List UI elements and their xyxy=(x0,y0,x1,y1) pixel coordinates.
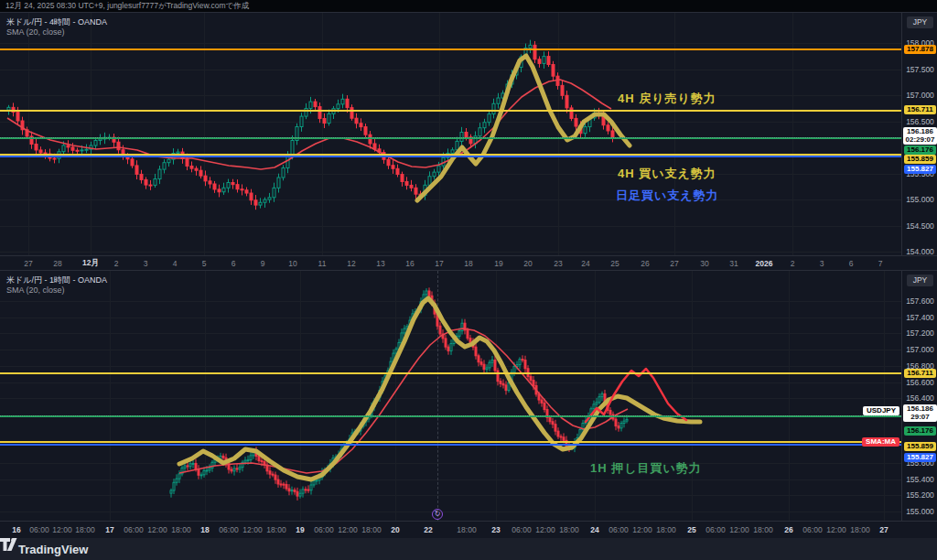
currency-button[interactable]: JPY xyxy=(907,16,933,28)
time-axis-label: 12:00 xyxy=(52,525,71,534)
time-axis-label: 12:00 xyxy=(242,525,262,534)
price-axis-label: 155.200 xyxy=(902,490,937,500)
time-axis-label: 12:00 xyxy=(535,525,555,534)
time-axis-label: 3 xyxy=(820,259,824,268)
time-axis-1h[interactable]: 1606:0012:0018:001706:0012:0018:001806:0… xyxy=(0,521,937,537)
chart-pane-1h[interactable]: 1H 押し目買い勢力USDJPYSMA:MA↻米ドル/円 - 1時間 - OAN… xyxy=(0,270,937,521)
time-axis-label: 26 xyxy=(784,525,792,534)
time-axis-label: 2 xyxy=(114,259,119,268)
price-level-chip: 157.878 xyxy=(904,45,936,54)
price-axis-label: 155.000 xyxy=(902,507,937,516)
time-axis-label: 06:00 xyxy=(802,525,822,534)
time-axis-label: 18 xyxy=(200,525,209,534)
price-level-line[interactable] xyxy=(0,444,901,446)
hand-drawn-yellow-path[interactable] xyxy=(417,56,630,200)
price-axis-label: 156.400 xyxy=(902,393,937,403)
bar-countdown: 29:07 xyxy=(903,414,937,422)
time-axis-label: 25 xyxy=(610,259,619,268)
time-axis-label: 23 xyxy=(554,259,562,268)
plot-area-0[interactable]: 4H 戻り売り勢力4H 買い支え勢力日足買い支え勢力米ドル/円 - 4時間 - … xyxy=(0,13,901,255)
time-axis-label: 06:00 xyxy=(29,525,48,534)
time-axis-label: 24 xyxy=(590,525,598,534)
time-axis-label: 12 xyxy=(347,259,355,268)
price-level-chip: 155.859 xyxy=(904,442,936,451)
series-badge: USDJPY xyxy=(863,406,899,415)
time-axis-label: 06:00 xyxy=(124,525,143,534)
time-axis-label: 18 xyxy=(464,259,472,268)
footer-brand[interactable]: TradingView xyxy=(18,543,88,556)
drawing-anchor-icon[interactable]: ↻ xyxy=(432,509,443,520)
indicator-legend[interactable]: SMA (20, close) xyxy=(6,27,65,37)
time-axis-label: 5 xyxy=(202,259,207,268)
time-axis-label: 6 xyxy=(849,259,854,268)
time-axis-label: 22 xyxy=(424,525,432,534)
price-level-chip: 155.827 xyxy=(904,165,936,174)
time-axis-label: 18:00 xyxy=(361,525,381,534)
current-price-dotted-line xyxy=(0,415,901,416)
annotation-text[interactable]: 4H 戻り売り勢力 xyxy=(618,91,716,107)
time-axis-label: 13 xyxy=(376,259,384,268)
price-level-line[interactable] xyxy=(0,372,901,374)
tradingview-screenshot: 12月 24, 2025 08:30 UTC+9, junglesurf7777… xyxy=(0,0,937,560)
candlestick-canvas[interactable] xyxy=(0,271,901,521)
time-axis-4h[interactable]: 272812月234569101112131617181920232425262… xyxy=(0,255,937,270)
footer-bar: TradingView xyxy=(0,538,937,560)
price-axis-0[interactable]: JPY158.000157.500157.000156.500155.50015… xyxy=(901,13,937,255)
price-axis-label: 155.400 xyxy=(902,475,937,484)
time-axis-label: 18:00 xyxy=(171,525,190,534)
time-axis-label: 18:00 xyxy=(753,525,772,534)
currency-button[interactable]: JPY xyxy=(907,275,933,286)
price-axis-1[interactable]: JPY157.600157.400157.200157.000156.80015… xyxy=(901,271,937,521)
time-axis-label: 19 xyxy=(296,525,304,534)
time-axis-label: 16 xyxy=(405,259,414,268)
time-axis-label: 20 xyxy=(391,525,399,534)
time-axis-label: 18:00 xyxy=(266,525,285,534)
chart-pane-4h[interactable]: 4H 戻り売り勢力4H 買い支え勢力日足買い支え勢力米ドル/円 - 4時間 - … xyxy=(0,12,937,255)
time-axis-label: 10 xyxy=(288,259,296,268)
time-axis-label: 9 xyxy=(261,259,265,268)
price-axis-label: 154.500 xyxy=(902,221,937,231)
time-axis-label: 17 xyxy=(435,259,443,268)
annotation-text[interactable]: 4H 買い支え勢力 xyxy=(618,166,716,182)
time-axis-label: 12:00 xyxy=(338,525,357,534)
time-axis-label: 23 xyxy=(491,525,500,534)
time-axis-label: 12:00 xyxy=(729,525,749,534)
annotation-text[interactable]: 日足買い支え勢力 xyxy=(616,188,719,204)
time-axis-label: 06:00 xyxy=(705,525,725,534)
price-axis-label: 156.600 xyxy=(902,378,937,387)
current-price-chip: 156.18629:07 xyxy=(903,404,937,422)
price-level-line[interactable] xyxy=(0,48,901,50)
price-axis-label: 157.500 xyxy=(902,65,937,74)
price-level-chip: 155.827 xyxy=(904,453,936,462)
time-axis-label: 12:00 xyxy=(632,525,652,534)
price-axis-label: 157.200 xyxy=(902,328,937,338)
plot-area-1[interactable]: 1H 押し目買い勢力USDJPYSMA:MA↻米ドル/円 - 1時間 - OAN… xyxy=(0,271,901,521)
time-axis-label: 06:00 xyxy=(609,525,628,534)
time-axis-label: 11 xyxy=(318,259,327,268)
time-axis-label: 06:00 xyxy=(512,525,531,534)
price-level-chip: 156.711 xyxy=(904,105,936,114)
time-axis-label: 18:00 xyxy=(457,525,476,534)
time-axis-label: 19 xyxy=(494,259,502,268)
time-axis-label: 12:00 xyxy=(826,525,845,534)
current-price-dotted-line xyxy=(0,137,901,138)
time-axis-label: 27 xyxy=(24,259,32,268)
time-axis-label: 30 xyxy=(700,259,708,268)
time-axis-label: 12月 xyxy=(82,258,99,269)
time-axis-label: 24 xyxy=(581,259,589,268)
price-axis-label: 157.400 xyxy=(902,313,937,322)
time-axis-label: 12:00 xyxy=(147,525,167,534)
current-price-chip: 156.18602:29:07 xyxy=(903,127,937,145)
time-axis-label: 06:00 xyxy=(314,525,333,534)
price-level-line[interactable] xyxy=(0,110,901,112)
time-axis-label: 2026 xyxy=(756,259,773,268)
annotation-text[interactable]: 1H 押し目買い勢力 xyxy=(590,460,702,477)
price-level-line[interactable] xyxy=(0,441,901,443)
price-level-chip: 155.859 xyxy=(904,155,936,164)
attribution-text: 12月 24, 2025 08:30 UTC+9, junglesurf7777… xyxy=(5,1,249,10)
time-axis-label: 3 xyxy=(144,259,148,268)
price-level-line[interactable] xyxy=(0,156,901,157)
time-axis-label: 17 xyxy=(105,525,113,534)
time-axis-label: 26 xyxy=(641,259,649,268)
indicator-legend[interactable]: SMA (20, close) xyxy=(6,285,65,295)
